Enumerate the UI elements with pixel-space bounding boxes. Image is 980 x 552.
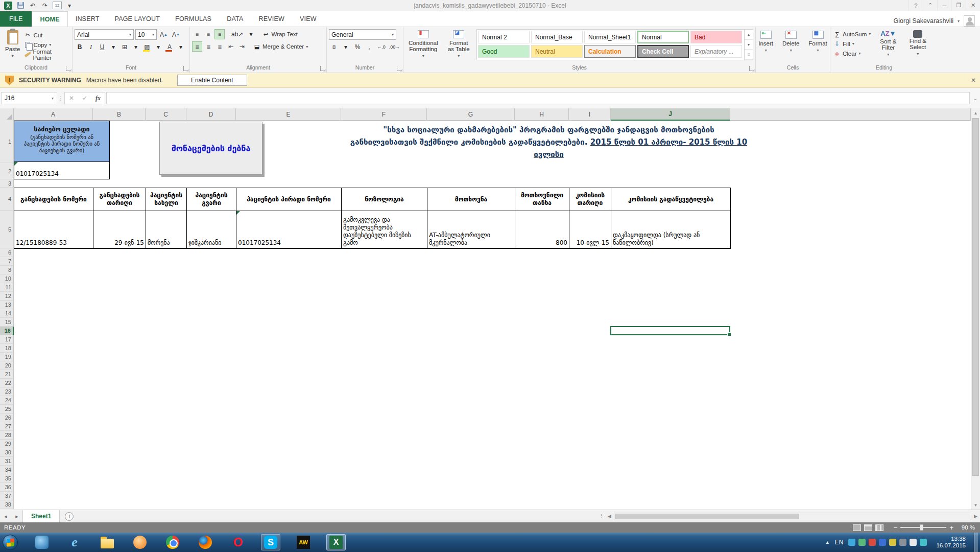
row-header-2[interactable]: 2 <box>0 163 14 179</box>
tray-icon-1[interactable] <box>848 539 855 546</box>
number-format-select[interactable]: General▾ <box>329 29 396 40</box>
vertical-scrollbar[interactable]: ▲ ▼ <box>971 108 980 510</box>
row-header-5[interactable]: 5 <box>0 211 14 248</box>
bottom-align-button[interactable]: ≡ <box>214 29 225 39</box>
taskbar-opera-icon[interactable]: O <box>228 534 248 550</box>
styles-scroll-up-icon[interactable]: ▲ <box>745 30 753 40</box>
format-painter-button[interactable]: Format Painter <box>23 50 70 59</box>
column-header-F[interactable]: F <box>341 108 427 121</box>
show-desktop-button[interactable] <box>974 533 978 552</box>
cell-style-normal-2[interactable]: Normal 2 <box>478 31 530 43</box>
quick-12-icon[interactable]: 12 <box>52 1 62 10</box>
merge-center-button[interactable]: ⬓ Merge & Center▾ <box>252 42 309 52</box>
table-cell-E5[interactable]: 01017025134 <box>236 211 342 249</box>
format-as-table-button[interactable]: ◪ Format as Table▾ <box>443 29 474 59</box>
align-right-button[interactable]: ≣ <box>214 41 225 52</box>
row-header-23[interactable]: 23 <box>0 387 14 396</box>
table-header-B[interactable]: განცხადების თარიღი <box>93 188 146 211</box>
tab-file[interactable]: FILE <box>0 11 32 27</box>
number-dialog-launcher[interactable] <box>397 66 402 71</box>
restore-icon[interactable]: ❐ <box>951 0 966 11</box>
search-variable-cell[interactable]: საძიებო ცვლადი (განცხადების ნომერი ან პა… <box>14 121 110 179</box>
table-cell-F5[interactable]: გამოკვლევა და მეთვალყურეობა დაუზუსტებელი… <box>342 211 427 249</box>
expand-formula-bar-icon[interactable]: ⌄ <box>971 96 980 101</box>
selected-cell-J16[interactable] <box>610 326 730 335</box>
taskbar-excel-icon[interactable]: X <box>326 534 346 550</box>
decrease-indent-button[interactable]: ⇤ <box>226 41 236 52</box>
zoom-level[interactable]: 90 % <box>957 524 975 531</box>
zoom-out-icon[interactable]: − <box>894 524 898 532</box>
confirm-entry-icon[interactable]: ✓ <box>78 95 91 102</box>
table-cell-D5[interactable]: ჯიშკარიანი <box>187 211 236 249</box>
account-area[interactable]: Giorgi Sakevarashvili ▾ <box>894 15 980 27</box>
tab-formulas[interactable]: FORMULAS <box>168 11 219 27</box>
decrease-decimal-button[interactable]: .00→ <box>388 42 401 52</box>
row-header-36[interactable]: 36 <box>0 483 14 492</box>
tray-icon-4[interactable] <box>879 539 886 546</box>
tab-scroll-splitter[interactable]: ⁞ <box>597 514 605 519</box>
select-all-corner[interactable] <box>0 108 14 121</box>
close-icon[interactable]: ✕ <box>966 0 980 11</box>
page-break-view-icon[interactable] <box>875 524 883 531</box>
table-cell-C5[interactable]: მორენა <box>146 211 187 249</box>
row-header-17[interactable]: 17 <box>0 335 14 344</box>
avatar[interactable] <box>964 15 975 27</box>
orientation-button[interactable]: ab↗ <box>230 29 245 39</box>
row-header-7[interactable]: 7 <box>0 257 14 266</box>
column-header-C[interactable]: C <box>146 108 186 121</box>
table-cell-H5[interactable]: 800 <box>515 211 569 249</box>
table-cell-A5[interactable]: 12/15180889-53 <box>14 211 93 249</box>
tray-icon-7[interactable] <box>910 539 917 546</box>
row-header-29[interactable]: 29 <box>0 440 14 448</box>
search-data-button[interactable]: მონაცემების ძებნა <box>159 122 262 175</box>
autosum-button[interactable]: ∑ AutoSum▾ <box>832 29 872 39</box>
row-header-24[interactable]: 24 <box>0 396 14 405</box>
tab-data[interactable]: DATA <box>219 11 251 27</box>
taskbar-skype-icon[interactable]: S <box>261 534 280 550</box>
hidden-icons-chevron[interactable]: ▲ <box>825 540 830 545</box>
start-button[interactable] <box>3 535 18 550</box>
table-cell-J5[interactable]: დაკმაყოფილდა (სრულად ან ნაწილობრივ) <box>611 211 731 249</box>
grow-font-button[interactable]: A▲ <box>158 30 169 40</box>
format-cells-button[interactable]: ▦ Format▾ <box>804 29 831 54</box>
sort-filter-button[interactable]: AZ▼ Sort & Filter▾ <box>875 29 901 58</box>
excel-logo-icon[interactable]: X <box>3 1 13 10</box>
row-header-8[interactable]: 8 <box>0 266 14 274</box>
percent-style-button[interactable]: % <box>352 42 363 52</box>
comma-style-button[interactable]: , <box>364 42 374 52</box>
row-header-6[interactable]: 6 <box>0 248 14 257</box>
tray-icon-8[interactable] <box>920 539 927 546</box>
search-variable-header[interactable]: საძიებო ცვლადი (განცხადების ნომერი ან პა… <box>14 121 110 162</box>
conditional-formatting-button[interactable]: ▮ Conditional Formatting▾ <box>405 29 441 59</box>
zoom-in-icon[interactable]: + <box>949 524 953 532</box>
italic-button[interactable]: I <box>86 42 96 52</box>
find-select-button[interactable]: Find & Select▾ <box>904 29 931 57</box>
tab-home[interactable]: HOME <box>32 11 67 27</box>
name-box-dropdown-icon[interactable]: ▾ <box>52 96 54 101</box>
horizontal-scroll-track[interactable] <box>614 513 971 520</box>
table-cell-I5[interactable]: 10-ივლ-15 <box>569 211 611 249</box>
top-align-button[interactable]: ≡ <box>192 29 202 39</box>
row-header-18[interactable]: 18 <box>0 344 14 353</box>
tray-icon-3[interactable] <box>869 539 876 546</box>
row-header-37[interactable]: 37 <box>0 492 14 500</box>
styles-gallery-scrollbar[interactable]: ▲ ▼ ⍗ <box>744 30 753 60</box>
tab-insert[interactable]: INSERT <box>68 11 107 27</box>
taskbar-media-player-orange-icon[interactable] <box>130 534 150 550</box>
tray-icon-2[interactable] <box>858 539 866 546</box>
table-header-G[interactable]: მოთხოვნა <box>427 188 515 211</box>
scroll-right-icon[interactable]: ▶ <box>971 514 980 519</box>
taskbar-internet-explorer-icon[interactable]: e <box>65 534 84 550</box>
font-size-select[interactable]: 10▾ <box>135 29 157 40</box>
underline-button[interactable]: U <box>97 42 107 52</box>
column-header-D[interactable]: D <box>186 108 236 121</box>
scroll-left-icon[interactable]: ◀ <box>605 514 614 519</box>
column-header-J[interactable]: J <box>611 108 730 121</box>
accounting-format-dropdown[interactable]: ▾ <box>341 42 351 52</box>
shrink-font-button[interactable]: A▼ <box>171 30 181 40</box>
search-value-cell[interactable]: 01017025134 <box>14 162 110 179</box>
fill-color-button[interactable]: ▨ <box>142 42 152 52</box>
styles-scroll-down-icon[interactable]: ▼ <box>745 40 753 50</box>
row-header-27[interactable]: 27 <box>0 422 14 431</box>
previous-sheet-icon[interactable]: ◂ <box>0 513 11 520</box>
